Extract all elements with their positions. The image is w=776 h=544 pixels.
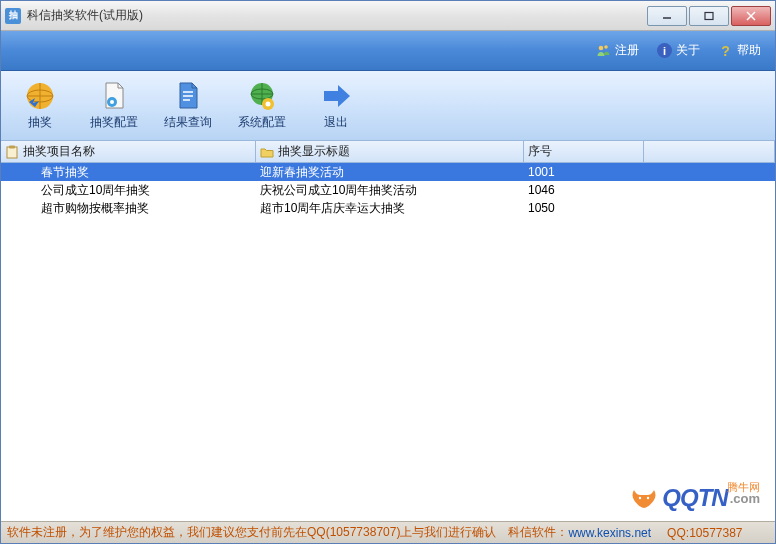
document-check-icon: [172, 80, 204, 112]
clipboard-icon: [5, 145, 19, 159]
register-label: 注册: [615, 42, 639, 59]
column-header-name[interactable]: 抽奖项目名称: [1, 141, 256, 162]
titlebar: 抽 科信抽奖软件(试用版): [1, 1, 775, 31]
register-link[interactable]: 注册: [596, 42, 639, 59]
cell-seq: 1046: [524, 183, 644, 197]
svg-point-4: [599, 46, 604, 51]
cell-seq: 1050: [524, 201, 644, 215]
table-row[interactable]: 春节抽奖迎新春抽奖活动1001: [1, 163, 775, 181]
info-icon: i: [657, 43, 672, 58]
maximize-button[interactable]: [689, 6, 729, 26]
data-table: 抽奖项目名称 抽奖显示标题 序号 春节抽奖迎新春抽奖活动1001公司成立10周年…: [1, 141, 775, 521]
minimize-button[interactable]: [647, 6, 687, 26]
company-label: 科信软件：: [508, 524, 568, 541]
folder-icon: [260, 145, 274, 159]
cell-title: 庆祝公司成立10周年抽奖活动: [256, 182, 524, 199]
column-header-title[interactable]: 抽奖显示标题: [256, 141, 524, 162]
help-label: 帮助: [737, 42, 761, 59]
document-gear-icon: [98, 80, 130, 112]
cell-name: 春节抽奖: [1, 164, 256, 181]
about-label: 关于: [676, 42, 700, 59]
column-header-blank[interactable]: [644, 141, 775, 162]
exit-label: 退出: [324, 114, 348, 131]
question-icon: ?: [718, 43, 733, 58]
svg-point-9: [110, 100, 114, 104]
status-note: 软件未注册，为了维护您的权益，我们建议您支付前先在QQ(1057738707)上…: [7, 524, 496, 541]
window-title: 科信抽奖软件(试用版): [27, 7, 647, 24]
table-body: 春节抽奖迎新春抽奖活动1001公司成立10周年抽奖庆祝公司成立10周年抽奖活动1…: [1, 163, 775, 521]
cell-title: 迎新春抽奖活动: [256, 164, 524, 181]
cell-title: 超市10周年店庆幸运大抽奖: [256, 200, 524, 217]
column-header-seq[interactable]: 序号: [524, 141, 644, 162]
top-link-bar: 注册 i 关于 ? 帮助: [1, 31, 775, 71]
globe-arrow-icon: [24, 80, 56, 112]
result-label: 结果查询: [164, 114, 212, 131]
system-label: 系统配置: [238, 114, 286, 131]
site-link[interactable]: www.kexins.net: [568, 526, 651, 540]
config-button[interactable]: 抽奖配置: [83, 76, 145, 136]
close-button[interactable]: [731, 6, 771, 26]
help-link[interactable]: ? 帮助: [718, 42, 761, 59]
app-icon: 抽: [5, 8, 21, 24]
table-header: 抽奖项目名称 抽奖显示标题 序号: [1, 141, 775, 163]
cell-seq: 1001: [524, 165, 644, 179]
svg-rect-14: [7, 147, 17, 158]
toolbar: 抽奖 抽奖配置 结果查询 系统配置 退出: [1, 71, 775, 141]
qq-label: QQ:: [667, 526, 689, 540]
svg-rect-1: [705, 12, 713, 19]
lottery-button[interactable]: 抽奖: [9, 76, 71, 136]
config-label: 抽奖配置: [90, 114, 138, 131]
window-buttons: [647, 6, 771, 26]
about-link[interactable]: i 关于: [657, 42, 700, 59]
exit-button[interactable]: 退出: [305, 76, 367, 136]
system-button[interactable]: 系统配置: [231, 76, 293, 136]
cell-name: 公司成立10周年抽奖: [1, 182, 256, 199]
globe-gear-icon: [246, 80, 278, 112]
status-bar: 软件未注册，为了维护您的权益，我们建议您支付前先在QQ(1057738707)上…: [1, 521, 775, 543]
table-row[interactable]: 公司成立10周年抽奖庆祝公司成立10周年抽奖活动1046: [1, 181, 775, 199]
result-button[interactable]: 结果查询: [157, 76, 219, 136]
svg-point-5: [604, 45, 608, 49]
lottery-label: 抽奖: [28, 114, 52, 131]
svg-point-13: [266, 102, 271, 107]
svg-rect-15: [9, 145, 15, 148]
qq-number: 10577387: [689, 526, 742, 540]
app-window: 抽 科信抽奖软件(试用版) 注册 i 关于 ? 帮助 抽奖 抽奖配置: [0, 0, 776, 544]
people-icon: [596, 43, 611, 58]
table-row[interactable]: 超市购物按概率抽奖超市10周年店庆幸运大抽奖1050: [1, 199, 775, 217]
arrow-right-icon: [320, 80, 352, 112]
cell-name: 超市购物按概率抽奖: [1, 200, 256, 217]
